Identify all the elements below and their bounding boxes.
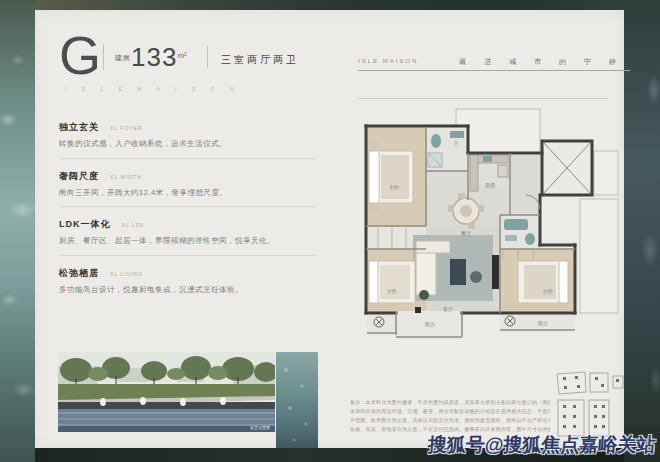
header-rule xyxy=(358,70,630,71)
area-unit: m² xyxy=(177,51,186,60)
water-glass-texture xyxy=(276,352,318,448)
unit-layout-label: 三室两厅两卫 xyxy=(221,53,299,67)
page-body: G 建面133m² 三室两厅两卫 I S L E M A I S O N ISL… xyxy=(35,10,624,448)
feature-item: 松弛栖居· XL LIVING 多功能岛台设计，悦趣厨电集成，沉浸式烹饪体验。 xyxy=(59,256,317,304)
elevator-shaft xyxy=(542,141,592,195)
bed-2 xyxy=(369,261,415,303)
landscape-photo: 实景示意图 xyxy=(58,352,275,432)
room-label: 次卧 xyxy=(387,288,397,294)
disclaimer-text: 备注：本资料仅为要约邀请，不作为要约或承诺，买卖双方权利义务以双方签订的《商品房… xyxy=(350,398,550,434)
feature-note: · XL WIDTH xyxy=(105,174,142,180)
room-label: 阳台 xyxy=(538,320,548,327)
frame-texture-top xyxy=(35,0,624,10)
balcony-laundry-floor xyxy=(367,313,396,333)
tv-console xyxy=(492,255,499,289)
room-label: 主卧 xyxy=(389,184,399,190)
watermark-souhu: 搜狐号@搜狐焦点嘉峪关站 xyxy=(428,432,657,458)
room-label: 阳台 xyxy=(425,321,435,328)
room-label: 客厅 xyxy=(443,306,453,312)
room-label: 卫 xyxy=(454,140,459,146)
unit-area: 建面133m² xyxy=(115,42,187,73)
feature-note: · XL LDK xyxy=(117,222,145,228)
plant xyxy=(419,290,429,300)
brand-letter-row: I S L E M A I S O N xyxy=(65,86,240,92)
corridor-floor xyxy=(510,153,540,215)
feature-note: · XL LIVING xyxy=(105,271,143,277)
floor-drain xyxy=(415,307,421,313)
frame-texture-left xyxy=(0,0,35,462)
area-prefix: 建面 xyxy=(115,54,131,61)
disclaimer-line: 户型图、效果图仅为示意，具体以实际交付为准。面积为建筑面积，最终以不动产权证书登… xyxy=(350,416,550,425)
bed-3 xyxy=(518,261,568,303)
feature-note: · XL FOYER xyxy=(105,125,143,131)
room-label: 次卧 xyxy=(543,288,553,294)
feature-title: 奢阔尺度 xyxy=(59,170,99,183)
area-value: 133 xyxy=(131,42,177,72)
feature-title: 松弛栖居 xyxy=(59,267,99,280)
brochure-page: G 建面133m² 三室两厅两卫 I S L E M A I S O N ISL… xyxy=(0,0,660,462)
feature-item: LDK一体化· XL LDK 厨房、餐厅区、起居一体，界限模糊的弹性空间，悦享天… xyxy=(59,207,317,256)
header-divider xyxy=(207,46,208,68)
feature-item: 独立玄关· XL FOYER 转换的仪式感，入户收纳系统，追求生活仪式。 xyxy=(59,110,317,159)
feature-title: 独立玄关 xyxy=(59,121,99,134)
feature-body: 南向三开间，开阔大约12.4米，奢享理想尺度。 xyxy=(59,188,317,199)
room-label: 厨房 xyxy=(485,182,495,188)
feature-body: 转换的仪式感，入户收纳系统，追求生活仪式。 xyxy=(59,139,317,150)
key-plan xyxy=(555,366,627,442)
brand-tagline: 藏 进 城 市 的 宁 静 xyxy=(454,57,624,67)
unit-type-letter: G xyxy=(59,28,101,82)
feature-list: 独立玄关· XL FOYER 转换的仪式感，入户收纳系统，追求生活仪式。 奢阔尺… xyxy=(59,110,317,303)
neighbor-outline xyxy=(580,199,618,313)
feature-body: 厨房、餐厅区、起居一体，界限模糊的弹性空间，悦享天伦。 xyxy=(59,236,317,247)
feature-body: 多功能岛台设计，悦趣厨电集成，沉浸式烹饪体验。 xyxy=(59,285,317,296)
disclaimer-line: 备注：本资料仅为要约邀请，不作为要约或承诺，买卖双方权利义务以双方签订的《商品房… xyxy=(350,398,550,407)
floor-plan: 主卧 卫 厨房 餐厅 客厅 次卧 次卧 阳台 阳台 xyxy=(358,95,624,345)
coffee-table xyxy=(450,259,466,285)
neighbor-outline xyxy=(594,151,618,195)
feature-item: 奢阔尺度· XL WIDTH 南向三开间，开阔大约12.4米，奢享理想尺度。 xyxy=(59,159,317,208)
brand-name: ISLE MAISON xyxy=(358,58,418,64)
bed-master xyxy=(369,141,413,213)
feature-title: LDK一体化 xyxy=(59,218,111,231)
disclaimer-line: 本资料对项目周边环境、交通、教育、商业等配套设施的介绍旨在提供相关信息，不意味着… xyxy=(350,407,550,416)
header-divider xyxy=(103,44,104,70)
room-label: 餐厅 xyxy=(461,230,471,236)
